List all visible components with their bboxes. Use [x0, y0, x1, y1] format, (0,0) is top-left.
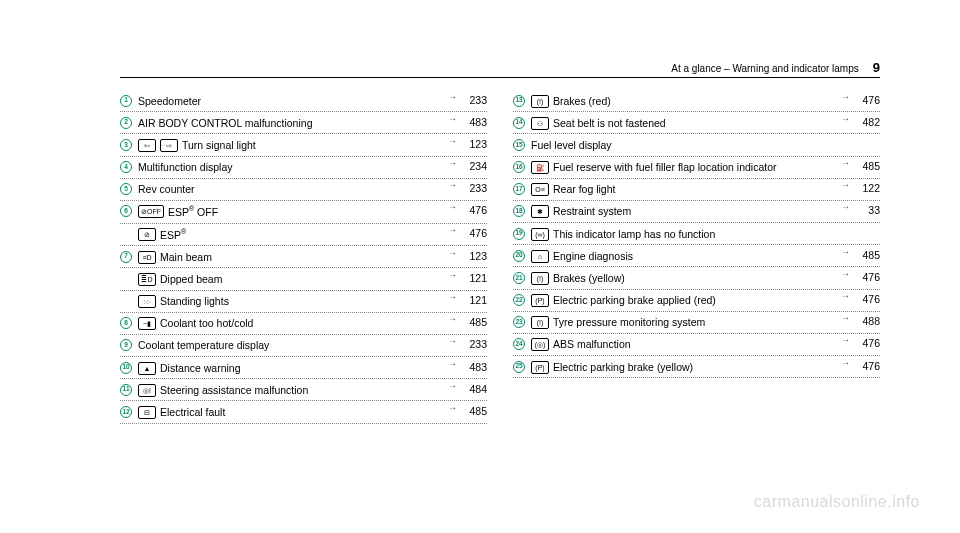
label-wrap: ⇦⇨Turn signal light [138, 138, 441, 152]
arrow-icon: → [834, 247, 850, 257]
arrow-icon: → [441, 336, 457, 346]
indicator-icon: ◎! [138, 384, 156, 397]
item-label: Steering assistance malfunction [160, 383, 308, 397]
arrow-icon: → [441, 136, 457, 146]
label-wrap: Multifunction display [138, 160, 441, 174]
list-item: 18✱Restraint system→33 [513, 201, 880, 223]
label-wrap: AIR BODY CONTROL malfunctioning [138, 116, 441, 130]
page-reference: 485 [457, 405, 487, 417]
item-label: Fuel reserve with fuel filler flap locat… [553, 160, 777, 174]
label-wrap: O≡Rear fog light [531, 182, 834, 196]
list-item: 2AIR BODY CONTROL malfunctioning→483 [120, 112, 487, 134]
page-reference: 476 [850, 271, 880, 283]
item-label: Coolant too hot/cold [160, 316, 253, 330]
page-reference: 485 [850, 249, 880, 261]
label-wrap: ≣DDipped beam [138, 272, 441, 286]
list-item: 10▲Distance warning→483 [120, 357, 487, 379]
item-label: ESP® [160, 227, 186, 242]
page-reference: 233 [457, 338, 487, 350]
item-label: AIR BODY CONTROL malfunctioning [138, 116, 312, 130]
page-reference: 483 [457, 361, 487, 373]
page-reference: 488 [850, 315, 880, 327]
indicator-icon: ⌂ [531, 250, 549, 263]
badge-spacer [120, 294, 132, 306]
list-item: 20⌂Engine diagnosis→485 [513, 245, 880, 267]
page-reference: 233 [457, 182, 487, 194]
callout-badge: 3 [120, 139, 132, 151]
arrow-icon: → [441, 359, 457, 369]
page-reference: 121 [457, 294, 487, 306]
list-item: 19(∞)This indicator lamp has no function [513, 223, 880, 245]
callout-badge: 12 [120, 406, 132, 418]
label-wrap: (!)Tyre pressure monitoring system [531, 315, 834, 329]
arrow-icon: → [834, 269, 850, 279]
label-wrap: (!)Brakes (yellow) [531, 271, 834, 285]
arrow-icon: → [441, 403, 457, 413]
arrow-icon: → [441, 270, 457, 280]
indicator-icon: ⇦ [138, 139, 156, 152]
page-reference: 484 [457, 383, 487, 395]
item-label: Tyre pressure monitoring system [553, 315, 705, 329]
list-item: ჻჻Standing lights→121 [120, 291, 487, 313]
page-reference: 123 [457, 138, 487, 150]
indicator-icon: ▲ [138, 362, 156, 375]
page-reference: 233 [457, 94, 487, 106]
page-header: At a glance – Warning and indicator lamp… [120, 60, 880, 78]
label-wrap: Rev counter [138, 182, 441, 196]
list-item: 3⇦⇨Turn signal light→123 [120, 134, 487, 156]
indicator-icon: ⛽ [531, 161, 549, 174]
page-reference: 33 [850, 204, 880, 216]
indicator-icon: ~▮ [138, 317, 156, 330]
page-reference: 485 [850, 160, 880, 172]
item-label: Fuel level display [531, 138, 612, 152]
page-reference: 121 [457, 272, 487, 284]
callout-badge: 24 [513, 338, 525, 350]
header-title: At a glance – Warning and indicator lamp… [671, 63, 859, 74]
label-wrap: ჻჻Standing lights [138, 294, 441, 308]
label-wrap: Coolant temperature display [138, 338, 441, 352]
left-column: 1Speedometer→2332AIR BODY CONTROL malfun… [120, 90, 487, 424]
callout-badge: 17 [513, 183, 525, 195]
label-wrap: Fuel level display [531, 138, 834, 152]
arrow-icon: → [441, 114, 457, 124]
indicator-icon: ⊘ [138, 228, 156, 241]
callout-badge: 11 [120, 384, 132, 396]
indicator-icon: O≡ [531, 183, 549, 196]
page-reference: 485 [457, 316, 487, 328]
list-item: 16⛽Fuel reserve with fuel filler flap lo… [513, 157, 880, 179]
callout-badge: 2 [120, 117, 132, 129]
list-item: 12⊟Electrical fault→485 [120, 401, 487, 423]
item-label: This indicator lamp has no function [553, 227, 715, 241]
arrow-icon: → [441, 225, 457, 235]
indicator-icon: ⊟ [138, 406, 156, 419]
item-label: Rev counter [138, 182, 195, 196]
indicator-icon: (!) [531, 272, 549, 285]
arrow-icon: → [441, 314, 457, 324]
item-label: Electric parking brake (yellow) [553, 360, 693, 374]
watermark: carmanualsonline.info [754, 493, 920, 511]
arrow-icon: → [441, 248, 457, 258]
page-reference: 476 [850, 94, 880, 106]
page-reference: 476 [850, 293, 880, 305]
indicator-icon: ჻჻ [138, 295, 156, 308]
label-wrap: ⌂Engine diagnosis [531, 249, 834, 263]
callout-badge: 18 [513, 205, 525, 217]
arrow-icon: → [834, 335, 850, 345]
arrow-icon: → [834, 92, 850, 102]
item-label: ESP® OFF [168, 204, 218, 219]
list-item: 17O≡Rear fog light→122 [513, 179, 880, 201]
item-label: Seat belt is not fastened [553, 116, 666, 130]
list-item: 4Multifunction display→234 [120, 157, 487, 179]
item-label: Multifunction display [138, 160, 233, 174]
callout-badge: 25 [513, 361, 525, 373]
list-item: 24(◎)ABS malfunction→476 [513, 334, 880, 356]
arrow-icon: → [834, 202, 850, 212]
page-reference: 234 [457, 160, 487, 172]
callout-badge: 14 [513, 117, 525, 129]
callout-badge: 1 [120, 95, 132, 107]
indicator-icon: (!) [531, 95, 549, 108]
label-wrap: ◎!Steering assistance malfunction [138, 383, 441, 397]
callout-badge: 22 [513, 294, 525, 306]
label-wrap: (P)Electric parking brake applied (red) [531, 293, 834, 307]
item-label: Electric parking brake applied (red) [553, 293, 716, 307]
